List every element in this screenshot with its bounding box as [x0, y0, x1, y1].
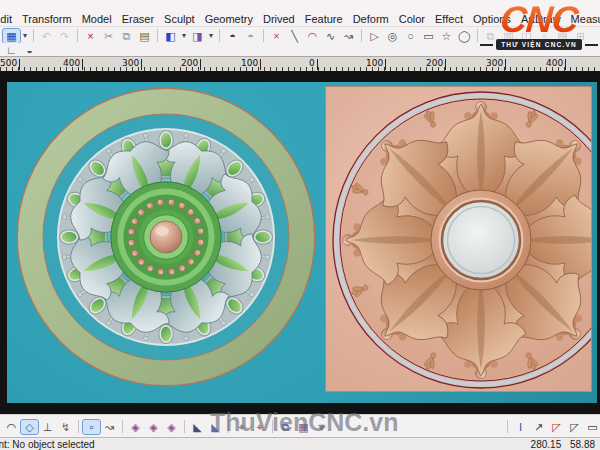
menu-model[interactable]: Model — [82, 13, 112, 25]
toolbar-separator — [263, 29, 264, 42]
menu-color[interactable]: Color — [399, 13, 425, 25]
ruler-label: 0 — [309, 58, 315, 68]
menu-feature[interactable]: Feature — [305, 13, 343, 25]
rect-handle-button[interactable]: ▭ — [584, 420, 600, 434]
toolbar-separator — [157, 29, 158, 42]
ruler-label: 100 — [241, 58, 258, 68]
menu-drived[interactable]: Drived — [263, 13, 295, 25]
canvas-frame — [0, 71, 600, 414]
ellipse-tool-button[interactable]: ○ — [402, 29, 419, 43]
menu-geometry[interactable]: Geometry — [205, 13, 253, 25]
toolbar-separator — [507, 420, 508, 433]
cut-button[interactable]: ✂ — [100, 29, 117, 43]
copy-button[interactable]: ⧉ — [118, 29, 135, 43]
star-tool-button[interactable]: ☆ — [438, 29, 455, 43]
corner-red-button[interactable]: ◸ — [548, 420, 565, 434]
copper-center-dome — [150, 221, 182, 253]
undo-button[interactable]: ↶ — [38, 29, 55, 43]
polygon-edit-button[interactable]: ◇ — [21, 420, 38, 434]
circle-tool-button[interactable]: ◯ — [456, 29, 473, 43]
gray-center-disc — [442, 201, 520, 279]
node-select-button[interactable]: ▫ — [83, 420, 100, 434]
menu-deform[interactable]: Deform — [353, 13, 389, 25]
perpendicular-button[interactable]: ⊥ — [39, 420, 56, 434]
canvas[interactable] — [7, 82, 597, 403]
cnc-logo-subtitle: THƯ VIỆN CNC.VN — [496, 39, 582, 50]
ruler-label: 300 — [122, 58, 139, 68]
wave-tool-button[interactable]: ∿ — [322, 29, 339, 43]
view-3d-button[interactable]: ◧ — [162, 29, 179, 43]
toolbar-separator — [77, 29, 78, 42]
text-cursor-button[interactable]: I — [512, 420, 529, 434]
spline-tool-button[interactable]: ↝ — [340, 29, 357, 43]
mirror-diamond-2-button[interactable]: ◈ — [145, 420, 162, 434]
ruler-label: 400 — [546, 58, 563, 68]
toolbar-separator — [219, 29, 220, 42]
line-tool-button[interactable]: ╲ — [286, 29, 303, 43]
mirror-diamond-1-button[interactable]: ◈ — [127, 420, 144, 434]
circle-center-tool-button[interactable]: ◎ — [384, 29, 401, 43]
dome-highlight — [155, 226, 169, 236]
horizontal-ruler: 5004003002001000100200300400 — [0, 56, 600, 72]
badge-line-right — [585, 44, 598, 46]
toolbar-separator — [122, 420, 123, 433]
menu-eraser[interactable]: Eraser — [122, 13, 154, 25]
select-mode-dropdown[interactable]: ▾ — [21, 29, 29, 43]
cnc-logo-text: CNC — [478, 1, 599, 39]
right-medallion[interactable] — [328, 87, 592, 392]
menu-sculpt[interactable]: Sculpt — [164, 13, 195, 25]
ruler-label: 200 — [181, 58, 198, 68]
erase-node-button[interactable]: × — [268, 29, 285, 43]
badge-line-left — [480, 44, 493, 46]
redo-button[interactable]: ↷ — [56, 29, 73, 43]
arc-tool-button[interactable]: ◠ — [304, 29, 321, 43]
ruler-label: 500 — [0, 58, 17, 68]
relief-gray-button[interactable]: ◓ — [242, 29, 259, 43]
view-window-dropdown[interactable]: ▾ — [207, 29, 215, 43]
node-edit-button[interactable]: ↝ — [101, 420, 118, 434]
arc-edit-button[interactable]: ◠ — [3, 420, 20, 434]
ruler-label: 100 — [366, 58, 383, 68]
paste-button[interactable]: ▤ — [136, 29, 153, 43]
triangle-tool-button[interactable]: ▷ — [366, 29, 383, 43]
ruler-label: 200 — [426, 58, 443, 68]
status-bar: Hint: No object selected 280.15 58.88 — [0, 437, 600, 450]
angle-tool-button[interactable]: ∟ — [3, 43, 20, 57]
right-medallion-panel[interactable] — [325, 86, 592, 392]
ruler-label: 300 — [486, 58, 503, 68]
menu-transform[interactable]: Transform — [22, 13, 72, 25]
chisel-1-button[interactable]: ◣ — [189, 420, 206, 434]
menu-edit[interactable]: Edit — [0, 13, 12, 25]
axe-tool-button[interactable]: ↯ — [57, 420, 74, 434]
left-medallion[interactable] — [11, 82, 321, 392]
select-mode-button[interactable]: ▦ — [3, 29, 20, 43]
thuviencnc-watermark: ThuVienCNC.vn — [210, 408, 398, 437]
ruler-label: 400 — [63, 58, 80, 68]
view-3d-dropdown[interactable]: ▾ — [180, 29, 188, 43]
status-message: Hint: No object selected — [0, 439, 95, 450]
cursor-coordinates: 280.15 58.88 — [531, 439, 595, 450]
view-window-button[interactable]: ◨ — [189, 29, 206, 43]
jdpaint-window: EditTransformModelEraserSculptGeometryDr… — [0, 0, 600, 450]
mirror-diamond-3-button[interactable]: ◈ — [163, 420, 180, 434]
relief-dark-button[interactable]: ◓ — [224, 29, 241, 43]
rectangle-tool-button[interactable]: ▭ — [420, 29, 437, 43]
toolbar-separator — [361, 29, 362, 42]
toolbar-separator — [184, 420, 185, 433]
toolbar-separator — [78, 420, 79, 433]
dome-tool-button[interactable]: ◒ — [21, 43, 38, 57]
cnc-logo: CNC THƯ VIỆN CNC.VN — [480, 1, 598, 50]
corner-button[interactable]: ◸ — [566, 420, 583, 434]
delete-button[interactable]: × — [82, 29, 99, 43]
toolbar-separator — [33, 29, 34, 42]
arrow-tool-button[interactable]: ↗ — [530, 420, 547, 434]
menu-effect[interactable]: Effect — [435, 13, 463, 25]
